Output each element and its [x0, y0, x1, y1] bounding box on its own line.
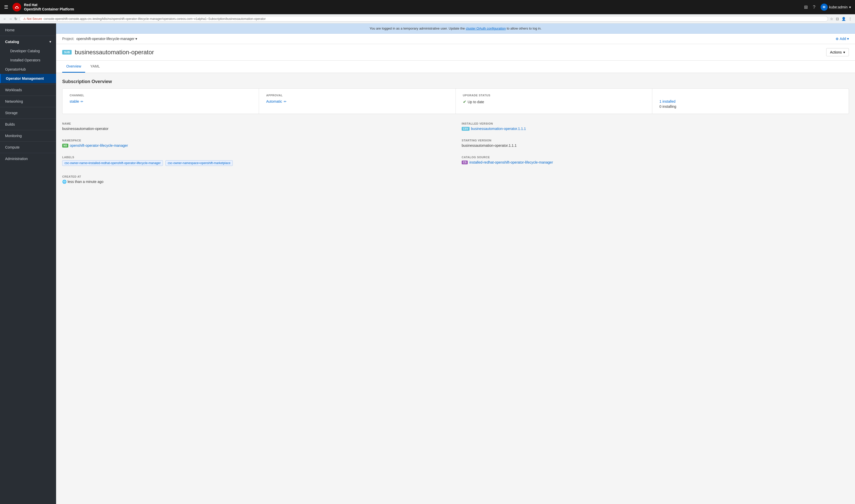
label-tag-1[interactable]: csc-owner-namespace=openshift-marketplac…	[165, 160, 233, 166]
forward-icon[interactable]: →	[9, 17, 12, 21]
sidebar-item-storage[interactable]: Storage	[0, 108, 56, 118]
bookmark-icon[interactable]: ☆	[830, 17, 833, 21]
sidebar-item-builds[interactable]: Builds	[0, 120, 56, 129]
label-tag-0[interactable]: csc-owner-name=installed-redhat-openshif…	[62, 160, 163, 166]
networking-label: Networking	[5, 100, 23, 104]
approval-edit-icon: ✏	[284, 100, 287, 104]
warning-icon: ⚠	[23, 17, 26, 21]
globe-icon: 🌐	[62, 180, 67, 184]
info-text-before: You are logged in as a temporary adminis…	[370, 26, 466, 30]
avatar: M	[821, 4, 828, 11]
info-text-after: to allow others to log in.	[506, 26, 541, 30]
menu-icon[interactable]: ⋮	[848, 17, 852, 21]
upgrade-status-col: UPGRADE STATUS ✔ Up to date	[456, 89, 652, 114]
installed-operators-label: Installed Operators	[10, 58, 40, 62]
channel-edit-link[interactable]: stable ✏	[70, 100, 252, 104]
channel-value: stable	[70, 100, 79, 104]
hamburger-menu[interactable]: ☰	[4, 4, 8, 10]
profile-icon[interactable]: 👤	[841, 17, 846, 21]
approval-label: APPROVAL	[266, 94, 448, 97]
tab-overview[interactable]: Overview	[62, 61, 85, 73]
redhat-logo-icon	[12, 3, 21, 12]
sidebar-item-home[interactable]: Home	[0, 25, 56, 35]
grid-icon[interactable]: ⊞	[804, 4, 808, 10]
actions-button[interactable]: Actions ▾	[826, 48, 849, 56]
project-label: Project:	[62, 37, 74, 41]
name-label: NAME	[62, 122, 449, 125]
checkmark-icon: ✔	[463, 100, 466, 104]
approval-edit-link[interactable]: Automatic ✏	[266, 100, 448, 104]
installed-version-block: INSTALLED VERSION CSV businessautomation…	[462, 122, 849, 131]
operator-management-label: Operator Management	[6, 76, 44, 80]
sidebar-item-monitoring[interactable]: Monitoring	[0, 131, 56, 140]
oauth-config-link[interactable]: cluster OAuth configuration	[466, 26, 506, 30]
tab-yaml[interactable]: YAML	[86, 61, 104, 73]
info-banner: You are logged in as a temporary adminis…	[56, 23, 855, 34]
subscription-overview-title: Subscription Overview	[62, 79, 849, 84]
project-dropdown-icon: ▾	[135, 37, 137, 41]
url-text: console-openshift-console.apps-crc.testi…	[43, 17, 266, 21]
extensions-icon[interactable]: ⊡	[836, 17, 839, 21]
created-at-label: CREATED AT	[62, 175, 449, 178]
up-to-date-text: Up to date	[468, 100, 484, 104]
user-chevron-icon: ▾	[849, 5, 851, 9]
namespace-value: openshift-operator-lifecycle-manager	[70, 143, 128, 147]
reload-icon[interactable]: ↻	[14, 17, 17, 21]
sidebar-catalog-header[interactable]: Catalog ▾	[0, 37, 56, 47]
sidebar-item-administration[interactable]: Administration	[0, 154, 56, 163]
namespace-label: NAMESPACE	[62, 139, 449, 142]
install-status-col: 1 installed 0 installing	[652, 89, 849, 114]
labels-block: LABELS csc-owner-name=installed-redhat-o…	[62, 156, 449, 167]
developer-catalog-label: Developer Catalog	[10, 49, 40, 53]
csv-badge: CSV	[462, 127, 469, 131]
catalog-source-value: installed-redhat-openshift-operator-life…	[469, 160, 553, 164]
page-title: businessautomation-operator	[75, 49, 154, 56]
sidebar-item-operatorhub[interactable]: OperatorHub	[0, 65, 56, 74]
page-header: SUB businessautomation-operator Actions …	[56, 44, 855, 61]
catalog-source-link[interactable]: CS installed-redhat-openshift-operator-l…	[462, 160, 849, 164]
sidebar-item-developer-catalog[interactable]: Developer Catalog	[5, 47, 56, 56]
project-name-selector[interactable]: openshift-operator-lifecycle-manager ▾	[76, 37, 137, 41]
administration-label: Administration	[5, 157, 28, 161]
content-area: Subscription Overview CHANNEL stable ✏ A…	[56, 73, 855, 191]
labels-label: LABELS	[62, 156, 449, 159]
cs-badge: CS	[462, 161, 468, 164]
name-value: businessautomation-operator	[62, 127, 449, 131]
main-content: You are logged in as a temporary adminis…	[56, 23, 855, 504]
add-button[interactable]: ⊕ Add ▾	[836, 37, 849, 41]
catalog-source-label: CATALOG SOURCE	[462, 156, 849, 159]
channel-col: CHANNEL stable ✏	[63, 89, 259, 114]
sidebar-item-operator-management[interactable]: Operator Management	[0, 74, 56, 83]
installed-version-value: businessautomation-operator.1.1.1	[471, 127, 526, 131]
topbar: ☰ Red Hat OpenShift Container Platform ⊞…	[0, 0, 855, 14]
sidebar-item-networking[interactable]: Networking	[0, 97, 56, 106]
monitoring-label: Monitoring	[5, 134, 22, 138]
installed-link[interactable]: 1 installed	[659, 100, 841, 104]
project-bar: Project: openshift-operator-lifecycle-ma…	[56, 34, 855, 44]
ns-badge: NS	[62, 144, 68, 147]
user-menu[interactable]: M kube:admin ▾	[821, 4, 851, 11]
starting-version-block: STARTING VERSION businessautomation-oper…	[462, 139, 849, 147]
page-title-area: SUB businessautomation-operator	[62, 49, 154, 56]
namespace-link[interactable]: NS openshift-operator-lifecycle-manager	[62, 143, 449, 147]
sidebar: Home Catalog ▾ Developer Catalog Install…	[0, 23, 56, 504]
installed-version-link[interactable]: CSV businessautomation-operator.1.1.1	[462, 127, 849, 131]
upgrade-status-value: ✔ Up to date	[463, 100, 645, 104]
actions-label: Actions	[830, 50, 842, 54]
sidebar-item-workloads[interactable]: Workloads	[0, 85, 56, 94]
catalog-source-block: CATALOG SOURCE CS installed-redhat-opens…	[462, 156, 849, 167]
help-icon[interactable]: ?	[813, 5, 816, 10]
sidebar-item-compute[interactable]: Compute	[0, 143, 56, 152]
install-status-spacer	[659, 94, 841, 97]
add-label: Add	[840, 37, 846, 41]
addressbar: ← → ↻ ⚠ Not Secure console-openshift-con…	[0, 14, 855, 23]
address-bar[interactable]: ⚠ Not Secure console-openshift-console.a…	[19, 16, 828, 22]
installed-version-label: INSTALLED VERSION	[462, 122, 849, 125]
installing-text: 0 installing	[659, 105, 676, 109]
compute-label: Compute	[5, 145, 20, 149]
sidebar-item-installed-operators[interactable]: Installed Operators	[5, 56, 56, 65]
back-icon[interactable]: ←	[3, 17, 7, 21]
not-secure-indicator: ⚠ Not Secure	[23, 17, 42, 21]
sidebar-home-label: Home	[5, 28, 15, 32]
subscription-overview-card: CHANNEL stable ✏ APPROVAL Automatic ✏	[62, 88, 849, 114]
